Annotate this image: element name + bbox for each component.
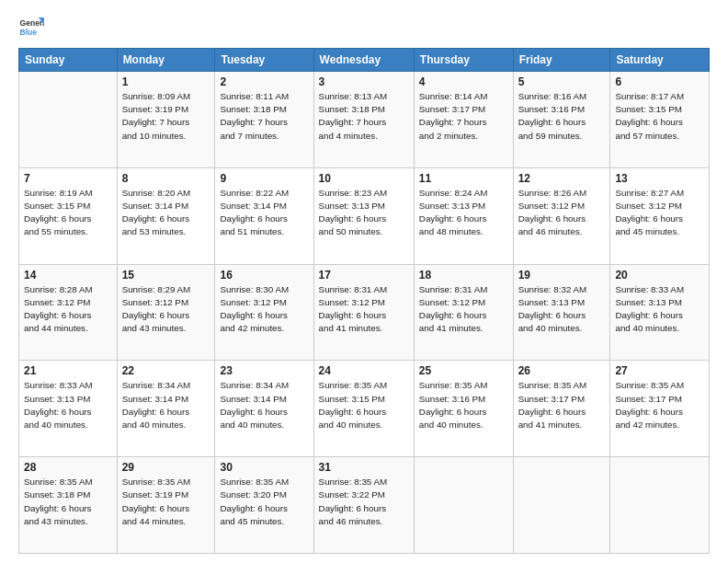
day-cell: 23Sunrise: 8:34 AM Sunset: 3:14 PM Dayli… bbox=[215, 361, 313, 457]
day-number: 22 bbox=[122, 364, 210, 377]
day-info: Sunrise: 8:35 AM Sunset: 3:22 PM Dayligh… bbox=[319, 476, 409, 528]
weekday-sunday: Sunday bbox=[19, 49, 118, 72]
day-number: 17 bbox=[319, 269, 409, 282]
day-cell: 2Sunrise: 8:11 AM Sunset: 3:18 PM Daylig… bbox=[215, 72, 313, 168]
day-cell: 27Sunrise: 8:35 AM Sunset: 3:17 PM Dayli… bbox=[610, 361, 710, 457]
day-cell: 15Sunrise: 8:29 AM Sunset: 3:12 PM Dayli… bbox=[117, 264, 215, 361]
day-cell: 16Sunrise: 8:30 AM Sunset: 3:12 PM Dayli… bbox=[215, 264, 313, 361]
day-info: Sunrise: 8:22 AM Sunset: 3:14 PM Dayligh… bbox=[220, 187, 308, 239]
day-info: Sunrise: 8:35 AM Sunset: 3:17 PM Dayligh… bbox=[518, 379, 606, 431]
day-info: Sunrise: 8:26 AM Sunset: 3:12 PM Dayligh… bbox=[518, 187, 606, 239]
day-cell: 3Sunrise: 8:13 AM Sunset: 3:18 PM Daylig… bbox=[313, 72, 414, 168]
svg-text:Blue: Blue bbox=[20, 28, 38, 37]
calendar-table: SundayMondayTuesdayWednesdayThursdayFrid… bbox=[18, 48, 710, 554]
day-number: 11 bbox=[419, 172, 508, 185]
day-number: 19 bbox=[518, 269, 606, 282]
weekday-wednesday: Wednesday bbox=[313, 49, 414, 72]
header: General Blue bbox=[18, 15, 710, 40]
day-number: 24 bbox=[319, 364, 409, 377]
day-info: Sunrise: 8:30 AM Sunset: 3:12 PM Dayligh… bbox=[220, 283, 308, 336]
weekday-friday: Friday bbox=[513, 49, 610, 72]
week-row-5: 28Sunrise: 8:35 AM Sunset: 3:18 PM Dayli… bbox=[19, 457, 710, 554]
day-cell: 26Sunrise: 8:35 AM Sunset: 3:17 PM Dayli… bbox=[513, 361, 610, 457]
day-cell: 12Sunrise: 8:26 AM Sunset: 3:12 PM Dayli… bbox=[513, 167, 610, 264]
day-info: Sunrise: 8:14 AM Sunset: 3:17 PM Dayligh… bbox=[419, 90, 508, 143]
day-info: Sunrise: 8:35 AM Sunset: 3:16 PM Dayligh… bbox=[419, 379, 508, 431]
day-info: Sunrise: 8:35 AM Sunset: 3:19 PM Dayligh… bbox=[122, 476, 210, 528]
day-cell bbox=[414, 457, 513, 554]
day-info: Sunrise: 8:34 AM Sunset: 3:14 PM Dayligh… bbox=[122, 379, 210, 431]
day-info: Sunrise: 8:19 AM Sunset: 3:15 PM Dayligh… bbox=[24, 187, 112, 239]
day-cell: 6Sunrise: 8:17 AM Sunset: 3:15 PM Daylig… bbox=[610, 72, 710, 168]
day-info: Sunrise: 8:13 AM Sunset: 3:18 PM Dayligh… bbox=[319, 90, 409, 143]
svg-text:General: General bbox=[20, 18, 44, 28]
day-number: 23 bbox=[220, 364, 308, 377]
weekday-tuesday: Tuesday bbox=[215, 49, 313, 72]
day-number: 1 bbox=[122, 75, 210, 88]
day-cell: 20Sunrise: 8:33 AM Sunset: 3:13 PM Dayli… bbox=[610, 264, 710, 361]
day-number: 15 bbox=[122, 269, 210, 282]
day-cell: 10Sunrise: 8:23 AM Sunset: 3:13 PM Dayli… bbox=[313, 167, 414, 264]
day-cell: 31Sunrise: 8:35 AM Sunset: 3:22 PM Dayli… bbox=[313, 457, 414, 554]
day-number: 9 bbox=[220, 172, 308, 185]
day-info: Sunrise: 8:32 AM Sunset: 3:13 PM Dayligh… bbox=[518, 283, 606, 336]
day-number: 10 bbox=[319, 172, 409, 185]
day-cell: 9Sunrise: 8:22 AM Sunset: 3:14 PM Daylig… bbox=[215, 167, 313, 264]
day-number: 6 bbox=[615, 75, 704, 88]
day-info: Sunrise: 8:17 AM Sunset: 3:15 PM Dayligh… bbox=[615, 90, 704, 143]
day-cell: 25Sunrise: 8:35 AM Sunset: 3:16 PM Dayli… bbox=[414, 361, 513, 457]
day-number: 29 bbox=[122, 461, 210, 474]
day-cell bbox=[610, 457, 710, 554]
day-info: Sunrise: 8:33 AM Sunset: 3:13 PM Dayligh… bbox=[615, 283, 704, 336]
day-info: Sunrise: 8:35 AM Sunset: 3:18 PM Dayligh… bbox=[24, 476, 112, 528]
day-cell: 13Sunrise: 8:27 AM Sunset: 3:12 PM Dayli… bbox=[610, 167, 710, 264]
day-info: Sunrise: 8:20 AM Sunset: 3:14 PM Dayligh… bbox=[122, 187, 210, 239]
day-cell: 21Sunrise: 8:33 AM Sunset: 3:13 PM Dayli… bbox=[19, 361, 118, 457]
day-cell: 7Sunrise: 8:19 AM Sunset: 3:15 PM Daylig… bbox=[19, 167, 118, 264]
day-info: Sunrise: 8:34 AM Sunset: 3:14 PM Dayligh… bbox=[220, 379, 308, 431]
day-cell: 29Sunrise: 8:35 AM Sunset: 3:19 PM Dayli… bbox=[117, 457, 215, 554]
day-info: Sunrise: 8:33 AM Sunset: 3:13 PM Dayligh… bbox=[24, 379, 112, 431]
day-cell bbox=[19, 72, 118, 168]
week-row-4: 21Sunrise: 8:33 AM Sunset: 3:13 PM Dayli… bbox=[19, 361, 710, 457]
day-info: Sunrise: 8:35 AM Sunset: 3:17 PM Dayligh… bbox=[615, 379, 704, 431]
day-number: 31 bbox=[319, 461, 409, 474]
day-cell: 18Sunrise: 8:31 AM Sunset: 3:12 PM Dayli… bbox=[414, 264, 513, 361]
day-number: 8 bbox=[122, 172, 210, 185]
day-number: 25 bbox=[419, 364, 508, 377]
day-number: 2 bbox=[220, 75, 308, 88]
day-info: Sunrise: 8:16 AM Sunset: 3:16 PM Dayligh… bbox=[518, 90, 606, 143]
day-number: 20 bbox=[615, 269, 704, 282]
day-cell: 22Sunrise: 8:34 AM Sunset: 3:14 PM Dayli… bbox=[117, 361, 215, 457]
day-number: 28 bbox=[24, 461, 112, 474]
weekday-saturday: Saturday bbox=[610, 49, 710, 72]
day-info: Sunrise: 8:35 AM Sunset: 3:20 PM Dayligh… bbox=[220, 476, 308, 528]
day-info: Sunrise: 8:23 AM Sunset: 3:13 PM Dayligh… bbox=[319, 187, 409, 239]
day-cell: 5Sunrise: 8:16 AM Sunset: 3:16 PM Daylig… bbox=[513, 72, 610, 168]
day-number: 5 bbox=[518, 75, 606, 88]
day-cell: 14Sunrise: 8:28 AM Sunset: 3:12 PM Dayli… bbox=[19, 264, 118, 361]
day-cell: 28Sunrise: 8:35 AM Sunset: 3:18 PM Dayli… bbox=[19, 457, 118, 554]
day-cell: 4Sunrise: 8:14 AM Sunset: 3:17 PM Daylig… bbox=[414, 72, 513, 168]
day-cell: 30Sunrise: 8:35 AM Sunset: 3:20 PM Dayli… bbox=[215, 457, 313, 554]
day-info: Sunrise: 8:27 AM Sunset: 3:12 PM Dayligh… bbox=[615, 187, 704, 239]
day-info: Sunrise: 8:29 AM Sunset: 3:12 PM Dayligh… bbox=[122, 283, 210, 336]
day-info: Sunrise: 8:28 AM Sunset: 3:12 PM Dayligh… bbox=[24, 283, 112, 336]
weekday-thursday: Thursday bbox=[414, 49, 513, 72]
day-number: 4 bbox=[419, 75, 508, 88]
day-number: 13 bbox=[615, 172, 704, 185]
day-cell: 24Sunrise: 8:35 AM Sunset: 3:15 PM Dayli… bbox=[313, 361, 414, 457]
day-info: Sunrise: 8:11 AM Sunset: 3:18 PM Dayligh… bbox=[220, 90, 308, 143]
day-number: 30 bbox=[220, 461, 308, 474]
day-cell: 19Sunrise: 8:32 AM Sunset: 3:13 PM Dayli… bbox=[513, 264, 610, 361]
logo: General Blue bbox=[18, 15, 48, 40]
day-number: 3 bbox=[319, 75, 409, 88]
day-info: Sunrise: 8:09 AM Sunset: 3:19 PM Dayligh… bbox=[122, 90, 210, 143]
day-number: 7 bbox=[24, 172, 112, 185]
day-number: 18 bbox=[419, 269, 508, 282]
week-row-2: 7Sunrise: 8:19 AM Sunset: 3:15 PM Daylig… bbox=[19, 167, 710, 264]
day-number: 14 bbox=[24, 269, 112, 282]
weekday-header-row: SundayMondayTuesdayWednesdayThursdayFrid… bbox=[19, 49, 710, 72]
page: General Blue SundayMondayTuesdayWednesda… bbox=[0, 0, 728, 563]
day-info: Sunrise: 8:31 AM Sunset: 3:12 PM Dayligh… bbox=[319, 283, 409, 336]
